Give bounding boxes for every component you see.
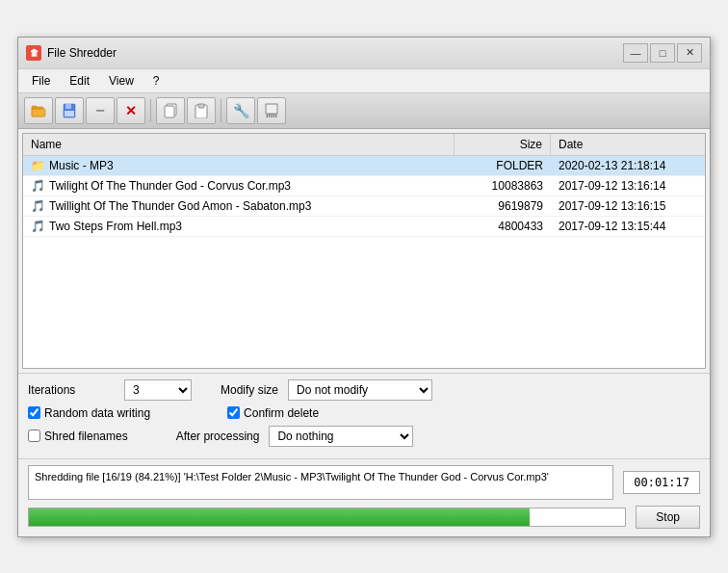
file-icon: 🎵	[31, 220, 45, 233]
svg-line-12	[270, 114, 271, 117]
progress-bar-wrap	[28, 508, 626, 527]
stop-button[interactable]: Stop	[636, 506, 700, 529]
settings-row-3: Shred filenames After processing Do noth…	[28, 426, 700, 447]
random-data-checkbox[interactable]	[28, 406, 40, 419]
folder-icon: 📁	[31, 159, 45, 172]
shred-filenames-label: Shred filenames	[44, 430, 128, 443]
file-name: 🎵Twilight Of The Thunder God - Corvus Co…	[23, 176, 455, 195]
file-list-empty-space	[23, 237, 705, 352]
progress-time: 00:01:17	[623, 471, 700, 494]
file-date: 2017-09-12 13:15:44	[551, 217, 705, 236]
progress-bar-row: Stop	[28, 506, 700, 529]
table-row[interactable]: 📁Music - MP3 FOLDER 2020-02-13 21:18:14	[23, 156, 705, 176]
file-size: 4800433	[455, 217, 551, 236]
menu-edit[interactable]: Edit	[60, 71, 99, 91]
title-bar-left: 🗑 File Shredder	[26, 45, 117, 61]
svg-rect-5	[65, 111, 74, 117]
random-data-label: Random data writing	[44, 406, 150, 420]
file-list-header: Name Size Date	[23, 134, 705, 156]
toolbar: − ✕ 🔧	[18, 93, 710, 129]
file-date: 2017-09-12 13:16:15	[551, 196, 705, 216]
paste-icon	[194, 103, 209, 118]
file-name: 🎵Twillight Of The Thunder God Amon - Sab…	[23, 196, 455, 216]
progress-message-row: Shredding file [16/19 (84.21%)] 'H:\Test…	[28, 465, 700, 500]
toolbar-separator-1	[150, 99, 151, 122]
file-size: 9619879	[455, 196, 551, 216]
after-processing-label: After processing	[176, 430, 260, 443]
svg-rect-9	[198, 104, 204, 108]
toolbar-shred-button[interactable]	[257, 97, 286, 124]
svg-rect-7	[165, 106, 174, 117]
file-date: 2017-09-12 13:16:14	[551, 176, 705, 195]
svg-line-11	[267, 114, 268, 117]
svg-line-15	[275, 114, 276, 117]
settings-row-2: Random data writing Confirm delete	[28, 406, 700, 420]
save-icon	[62, 103, 77, 118]
svg-line-14	[273, 114, 274, 117]
file-size: 10083863	[455, 176, 551, 195]
maximize-button[interactable]: □	[650, 43, 675, 63]
close-button[interactable]: ✕	[677, 43, 702, 63]
random-data-wrap[interactable]: Random data writing	[28, 406, 150, 420]
title-bar: 🗑 File Shredder — □ ✕	[18, 38, 710, 69]
copy-icon	[163, 103, 178, 118]
toolbar-remove-button[interactable]: −	[86, 97, 115, 124]
title-bar-buttons: — □ ✕	[623, 43, 702, 63]
toolbar-settings-button[interactable]: 🔧	[226, 97, 255, 124]
iterations-select[interactable]: 3 1 2 4 5 7 10	[124, 379, 192, 401]
file-name: 📁Music - MP3	[23, 156, 455, 175]
menu-view[interactable]: View	[99, 71, 143, 91]
svg-rect-4	[65, 104, 71, 109]
minimize-button[interactable]: —	[623, 43, 648, 63]
modify-size-select[interactable]: Do not modify Random size Zero size	[288, 379, 432, 401]
after-processing-select[interactable]: Do nothing Close application Shutdown	[269, 426, 413, 447]
settings-area: Iterations 3 1 2 4 5 7 10 Modify size Do…	[18, 373, 710, 458]
file-icon: 🎵	[31, 179, 45, 193]
progress-bar-fill	[29, 508, 530, 526]
file-list: 📁Music - MP3 FOLDER 2020-02-13 21:18:14 …	[23, 156, 705, 368]
main-window: 🗑 File Shredder — □ ✕ File Edit View ?	[17, 37, 711, 537]
file-list-area: Name Size Date 📁Music - MP3 FOLDER 2020-…	[22, 133, 706, 369]
toolbar-save-button[interactable]	[55, 97, 84, 124]
file-date: 2020-02-13 21:18:14	[551, 156, 705, 175]
progress-area: Shredding file [16/19 (84.21%)] 'H:\Test…	[18, 458, 710, 536]
toolbar-delete-button[interactable]: ✕	[117, 97, 145, 124]
open-icon	[31, 103, 46, 118]
svg-rect-2	[32, 106, 37, 109]
toolbar-open-button[interactable]	[24, 97, 53, 124]
menu-file[interactable]: File	[22, 71, 60, 91]
iterations-label: Iterations	[28, 383, 115, 397]
svg-rect-10	[266, 104, 277, 114]
confirm-delete-checkbox[interactable]	[227, 406, 240, 419]
toolbar-copy-button[interactable]	[156, 97, 185, 124]
file-name: 🎵Two Steps From Hell.mp3	[23, 217, 455, 236]
app-icon: 🗑	[26, 45, 41, 61]
progress-message: Shredding file [16/19 (84.21%)] 'H:\Test…	[28, 465, 613, 500]
shred-icon	[264, 103, 279, 118]
file-size: FOLDER	[455, 156, 551, 175]
header-size[interactable]: Size	[455, 134, 551, 155]
svg-rect-1	[32, 109, 45, 117]
header-name[interactable]: Name	[23, 134, 455, 155]
menu-bar: File Edit View ?	[18, 69, 710, 93]
header-date[interactable]: Date	[551, 134, 705, 155]
menu-help[interactable]: ?	[143, 71, 169, 91]
table-row[interactable]: 🎵Twilight Of The Thunder God - Corvus Co…	[23, 176, 705, 196]
modify-size-label: Modify size	[221, 383, 278, 397]
table-row[interactable]: 🎵Twillight Of The Thunder God Amon - Sab…	[23, 196, 705, 217]
shred-filenames-wrap[interactable]: Shred filenames	[28, 430, 128, 443]
toolbar-paste-button[interactable]	[187, 97, 216, 124]
file-icon: 🎵	[31, 199, 45, 213]
toolbar-separator-2	[221, 99, 221, 122]
table-row[interactable]: 🎵Two Steps From Hell.mp3 4800433 2017-09…	[23, 217, 705, 237]
settings-row-1: Iterations 3 1 2 4 5 7 10 Modify size Do…	[28, 379, 700, 401]
confirm-delete-label: Confirm delete	[244, 406, 319, 420]
shred-filenames-checkbox[interactable]	[28, 430, 40, 442]
confirm-delete-wrap[interactable]: Confirm delete	[227, 406, 319, 420]
window-title: File Shredder	[47, 46, 117, 60]
